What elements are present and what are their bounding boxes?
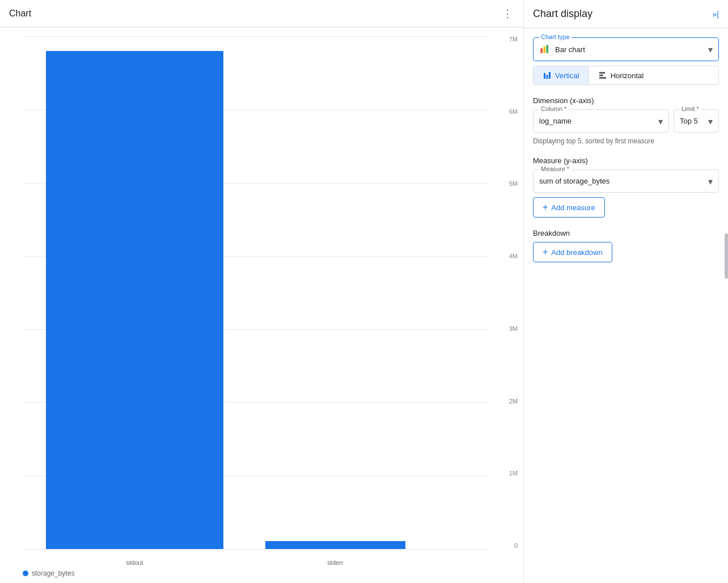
breakdown-section-label: Breakdown <box>533 229 719 237</box>
svg-rect-0 <box>541 48 543 53</box>
y-label-6m: 6M <box>509 109 518 115</box>
orientation-buttons: Vertical Horizontal <box>533 66 719 85</box>
bar-stdout-fill <box>46 51 223 549</box>
y-label-1m: 1M <box>509 470 518 476</box>
measure-section: Measure (y-axis) Measure * sum of storag… <box>533 156 719 218</box>
bar-chart-icon <box>539 44 551 55</box>
horizontal-button-label: Horizontal <box>611 71 644 80</box>
column-select-wrapper: Column * log_name ▾ <box>533 109 669 133</box>
panel-title: Chart display <box>533 8 592 20</box>
y-label-2m: 2M <box>509 398 518 405</box>
scrollbar-thumb[interactable] <box>725 233 728 279</box>
svg-rect-5 <box>549 72 551 79</box>
bar-stderr-fill <box>265 541 405 549</box>
y-label-0: 0 <box>514 543 518 549</box>
chart-menu-button[interactable]: ⋮ <box>501 7 514 20</box>
vertical-button[interactable]: Vertical <box>534 66 589 84</box>
add-measure-button[interactable]: + Add measure <box>533 197 605 218</box>
legend-dot-storage-bytes <box>23 571 28 576</box>
right-panel: Chart display »| Chart type Bar chart ▾ <box>524 0 728 583</box>
breakdown-section: Breakdown + Add breakdown <box>533 229 719 262</box>
bar-stdout: stdout <box>46 36 223 549</box>
measure-field-label: Measure * <box>539 165 571 172</box>
add-measure-label: Add measure <box>551 203 595 212</box>
limit-field-label: Limit * <box>680 105 701 112</box>
column-field-label: Column * <box>539 105 568 112</box>
horizontal-button[interactable]: Horizontal <box>589 66 653 84</box>
measure-select[interactable]: sum of storage_bytes <box>534 170 718 192</box>
svg-rect-7 <box>599 75 603 76</box>
y-label-5m: 5M <box>509 181 518 187</box>
svg-rect-6 <box>599 72 605 74</box>
dimension-section: Dimension (x-axis) Column * log_name ▾ L… <box>533 96 719 145</box>
limit-select-wrapper: Limit * Top 5 ▾ <box>674 109 719 133</box>
bar-stderr: stderr <box>265 36 405 549</box>
chart-legend: storage_bytes <box>23 569 74 577</box>
dimension-row: Column * log_name ▾ Limit * Top 5 ▾ <box>533 109 719 133</box>
chart-type-value: Bar chart <box>555 45 700 54</box>
add-breakdown-label: Add breakdown <box>551 248 602 257</box>
add-measure-plus-icon: + <box>543 202 548 212</box>
y-axis: 7M 6M 5M 4M 3M 2M 1M 0 <box>498 36 518 549</box>
chart-type-section: Chart type Bar chart ▾ <box>533 37 719 85</box>
panel-header: Chart display »| <box>524 0 728 28</box>
add-breakdown-plus-icon: + <box>543 247 548 257</box>
bar-stderr-label: stderr <box>327 559 343 566</box>
chart-plot: stdout stderr <box>23 36 489 549</box>
chart-title: Chart <box>9 8 31 19</box>
dimension-info-text: Displaying top 5, sorted by first measur… <box>533 137 719 145</box>
svg-rect-4 <box>547 75 548 79</box>
panel-body: Chart type Bar chart ▾ <box>524 28 728 271</box>
y-label-7m: 7M <box>509 36 518 42</box>
add-breakdown-button[interactable]: + Add breakdown <box>533 242 612 262</box>
legend-label-storage-bytes: storage_bytes <box>32 569 74 577</box>
chart-type-select-wrapper: Chart type Bar chart ▾ <box>533 37 719 61</box>
chart-area: Chart ⋮ stdout stderr <box>0 0 524 583</box>
dimension-section-label: Dimension (x-axis) <box>533 96 719 105</box>
panel-close-button[interactable]: »| <box>713 10 719 19</box>
column-select[interactable]: log_name <box>534 110 668 132</box>
measure-select-wrapper: Measure * sum of storage_bytes ▾ <box>533 169 719 193</box>
scrollbar-track <box>725 0 728 583</box>
chart-header: Chart ⋮ <box>0 0 523 27</box>
chart-type-field-label: Chart type <box>539 33 572 40</box>
horizontal-bar-icon <box>598 71 607 80</box>
svg-rect-3 <box>544 73 545 79</box>
gridline-0 <box>23 549 489 550</box>
y-label-4m: 4M <box>509 253 518 259</box>
svg-rect-2 <box>547 45 548 53</box>
limit-select[interactable]: Top 5 <box>674 110 718 132</box>
svg-rect-8 <box>599 77 606 79</box>
vertical-bar-icon <box>543 71 552 80</box>
y-label-3m: 3M <box>509 326 518 332</box>
bar-stdout-label: stdout <box>126 559 143 566</box>
chart-content: stdout stderr 7M 6M 5M 4M 3M 2M 1M 0 sto… <box>0 27 523 583</box>
chevron-right-icon: »| <box>713 10 719 19</box>
vertical-button-label: Vertical <box>555 71 579 80</box>
svg-rect-1 <box>544 46 545 53</box>
measure-section-label: Measure (y-axis) <box>533 156 719 165</box>
